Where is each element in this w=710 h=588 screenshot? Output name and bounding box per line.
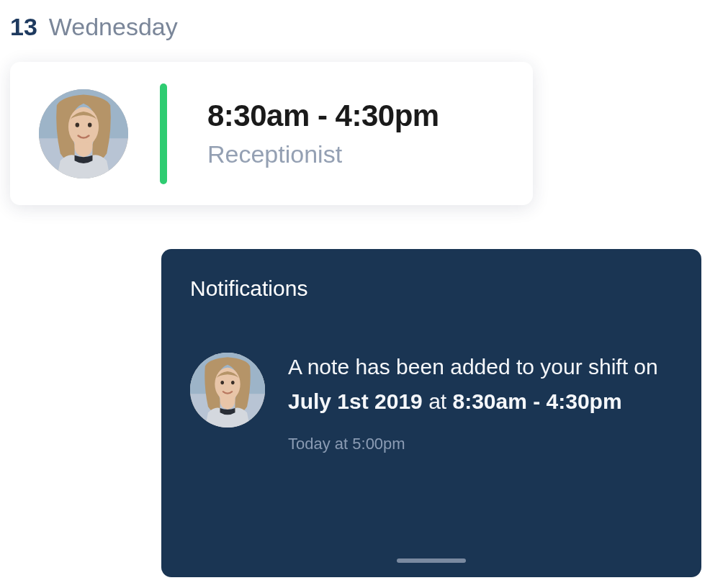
svg-point-9 [231, 381, 235, 384]
notification-message: A note has been added to your shift on J… [288, 350, 665, 419]
avatar [39, 89, 128, 178]
notifications-panel: Notifications A note has been added to y… [161, 249, 701, 577]
notification-message-prefix: A note has been added to your shift on [288, 355, 658, 379]
svg-point-8 [220, 381, 224, 384]
svg-point-3 [76, 122, 79, 127]
shift-role: Receptionist [207, 140, 439, 168]
notification-timestamp: Today at 5:00pm [288, 435, 665, 453]
avatar-image [39, 89, 128, 178]
shift-info: 8:30am - 4:30pm Receptionist [207, 99, 439, 168]
shift-card[interactable]: 8:30am - 4:30pm Receptionist [10, 62, 533, 205]
notification-message-date: July 1st 2019 [288, 389, 423, 413]
date-header: 13 Wednesday [10, 13, 178, 41]
date-number: 13 [10, 13, 37, 41]
shift-time: 8:30am - 4:30pm [207, 99, 439, 133]
notification-content: A note has been added to your shift on J… [288, 350, 673, 453]
drag-handle[interactable] [397, 558, 466, 563]
avatar [190, 353, 265, 428]
avatar-image [190, 353, 265, 428]
notification-item[interactable]: A note has been added to your shift on J… [190, 350, 673, 453]
notification-message-time: 8:30am - 4:30pm [453, 389, 622, 413]
shift-accent-bar [160, 83, 167, 184]
date-day: Wednesday [49, 13, 178, 41]
svg-point-4 [88, 122, 91, 127]
notifications-title: Notifications [190, 276, 673, 301]
notification-message-mid: at [423, 389, 453, 413]
